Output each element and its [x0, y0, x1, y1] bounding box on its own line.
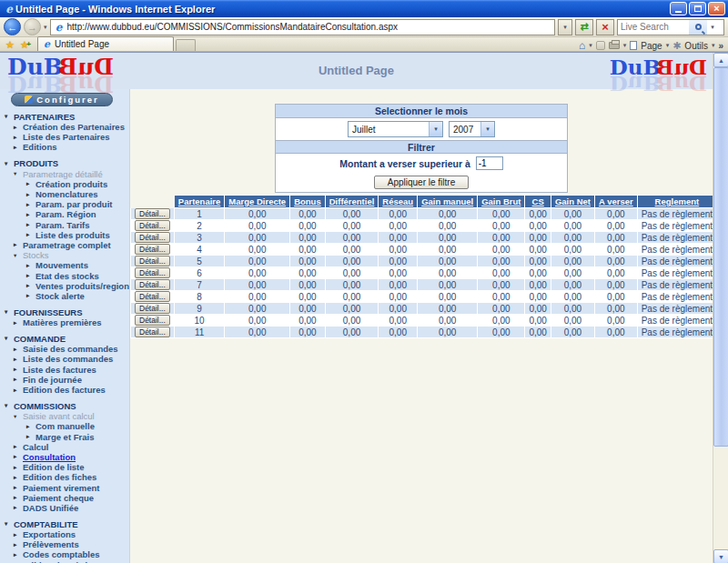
- month-select[interactable]: Juillet ▾: [348, 121, 443, 137]
- sidebar-item-paiement-virement[interactable]: ▸Paiement virement: [0, 482, 129, 492]
- sidebar-item-liste-des-produits[interactable]: ▸Liste des produits: [0, 230, 129, 240]
- tab-untitled-page[interactable]: e Untitled Page: [37, 36, 174, 51]
- feed-icon[interactable]: [596, 41, 605, 50]
- detail-button[interactable]: Détail...: [135, 279, 170, 290]
- column-header-partenaire[interactable]: Partenaire: [174, 196, 224, 208]
- column-header-gain-brut[interactable]: Gain Brut: [478, 196, 525, 208]
- sidebar-item-liste-des-factures[interactable]: ▸Liste des factures: [0, 365, 129, 375]
- detail-button[interactable]: Détail...: [135, 327, 170, 337]
- sidebar-item-paiement-cheque[interactable]: ▸Paiement cheque: [0, 493, 129, 503]
- more-toolbar-chevron[interactable]: »: [718, 41, 723, 51]
- sidebar-item-saisie-des-commandes[interactable]: ▸Saisie des commandes: [0, 344, 129, 354]
- detail-button[interactable]: Détail...: [135, 256, 170, 266]
- sidebar-item-creation-des-partenaires[interactable]: ▸Création des Partenaires: [0, 122, 129, 132]
- sidebar-section-comptabilite[interactable]: ▾COMPTABILITE: [0, 518, 129, 529]
- sidebar-item-etat-des-stocks[interactable]: ▸Etat des stocks: [0, 270, 129, 280]
- sidebar-item-exportations[interactable]: ▸Exportations: [0, 529, 129, 539]
- vertical-scrollbar[interactable]: ▲ ▼: [713, 53, 728, 563]
- sidebar-item-editions[interactable]: ▸Editions: [0, 142, 129, 152]
- sidebar-item-edition-de-liste[interactable]: ▸Edition de liste: [0, 462, 129, 472]
- home-dropdown[interactable]: ▾: [589, 42, 592, 49]
- search-button[interactable]: [689, 20, 707, 35]
- sidebar-item-mouvements[interactable]: ▸Mouvements: [0, 260, 129, 270]
- print-icon[interactable]: [609, 42, 620, 49]
- new-tab-button[interactable]: [176, 39, 196, 51]
- home-icon[interactable]: ⌂: [579, 40, 585, 51]
- sidebar-item-prelevements[interactable]: ▸Prélèvements: [0, 539, 129, 549]
- add-favorite-icon[interactable]: ★+: [17, 38, 32, 51]
- sidebar-item-fin-de-journee[interactable]: ▸Fin de journée: [0, 375, 129, 385]
- detail-button[interactable]: Détail...: [135, 291, 170, 302]
- detail-button[interactable]: Détail...: [135, 232, 170, 243]
- close-button[interactable]: ×: [708, 2, 725, 15]
- column-header-gain-net[interactable]: Gain Net: [551, 196, 594, 208]
- refresh-button[interactable]: ⇄: [575, 19, 593, 35]
- amount-input[interactable]: [476, 156, 503, 170]
- sidebar-item-codes-comptables[interactable]: ▸Codes comptables: [0, 549, 129, 559]
- sidebar-item-edition-des-factures[interactable]: ▸Edition des factures: [0, 385, 129, 395]
- sidebar-section-commande[interactable]: ▾COMMANDE: [0, 333, 129, 344]
- url-field[interactable]: e http://www.dubbud.eu/COMMISSIONS/Commi…: [50, 19, 555, 35]
- sidebar-item-saisie-avant-calcul[interactable]: ▾Saisie avant calcul: [0, 411, 129, 421]
- column-header-differentiel[interactable]: Différentiel: [325, 196, 379, 208]
- tools-dropdown[interactable]: ▾: [712, 42, 715, 49]
- url-dropdown-button[interactable]: ▾: [558, 19, 572, 35]
- sidebar-item-param-region[interactable]: ▸Param. Région: [0, 209, 129, 219]
- sidebar-item-nomenclatures[interactable]: ▸Nomenclatures: [0, 189, 129, 199]
- sidebar-item-param-par-produit[interactable]: ▸Param. par produit: [0, 199, 129, 209]
- sidebar-section-produits[interactable]: ▾PRODUITS: [0, 158, 129, 169]
- history-dropdown[interactable]: ▾: [44, 24, 47, 31]
- column-header-a-verser[interactable]: A verser: [594, 196, 637, 208]
- sidebar-item-param-tarifs[interactable]: ▸Param. Tarifs: [0, 220, 129, 230]
- value-cell: 0,00: [290, 208, 326, 220]
- print-dropdown[interactable]: ▾: [623, 42, 627, 49]
- apply-filter-button[interactable]: Appliquer le filtre: [374, 176, 469, 189]
- sidebar-item-creation-produits[interactable]: ▸Création produits: [0, 179, 129, 189]
- column-header-gain-manuel[interactable]: Gain manuel: [418, 196, 478, 208]
- column-header-reseau[interactable]: Réseau: [379, 196, 418, 208]
- detail-button[interactable]: Détail...: [135, 303, 170, 314]
- detail-button[interactable]: Détail...: [135, 267, 170, 278]
- sidebar-item-liste-des-commandes[interactable]: ▸Liste des commandes: [0, 354, 129, 364]
- sidebar-item-marge-et-frais[interactable]: ▸Marge et Frais: [0, 432, 129, 442]
- detail-button[interactable]: Détail...: [135, 244, 170, 255]
- sidebar-item-ventes-produits-region[interactable]: ▸Ventes produits/region: [0, 281, 129, 291]
- sidebar-item-parametrage-detaille[interactable]: ▾Parametrage détaillé: [0, 169, 129, 179]
- sidebar-section-commissions[interactable]: ▾COMMISSIONS: [0, 400, 129, 411]
- sidebar-item-stock-alerte[interactable]: ▸Stock alerte: [0, 291, 129, 301]
- detail-button[interactable]: Détail...: [135, 315, 170, 326]
- sidebar-item-calcul[interactable]: ▸Calcul: [0, 442, 129, 452]
- column-header-bonus[interactable]: Bonus: [290, 196, 326, 208]
- sidebar-item-com-manuelle[interactable]: ▸Com manuelle: [0, 421, 129, 431]
- minimize-button[interactable]: [670, 2, 687, 15]
- back-button[interactable]: ←: [4, 18, 21, 35]
- scroll-up-icon[interactable]: ▲: [713, 53, 728, 67]
- forward-button[interactable]: →: [24, 18, 41, 35]
- sidebar-item-liste-des-partenaires[interactable]: ▸Liste des Partenaires: [0, 132, 129, 142]
- detail-button[interactable]: Détail...: [135, 220, 170, 231]
- search-dropdown[interactable]: ▾: [707, 24, 718, 31]
- scrollbar-thumb[interactable]: [713, 67, 728, 447]
- year-select[interactable]: 2007 ▾: [449, 121, 495, 137]
- column-header-marge-directe[interactable]: Marge Directe: [225, 196, 290, 208]
- sidebar-item-parametrage-complet[interactable]: ▸Parametrage complet: [0, 240, 129, 250]
- sidebar-item-edition-des-fiches[interactable]: ▸Edition des fiches: [0, 472, 129, 482]
- column-header-cs[interactable]: CS: [525, 196, 551, 208]
- page-dropdown[interactable]: ▾: [666, 42, 670, 49]
- stop-button[interactable]: ×: [596, 19, 614, 35]
- sidebar-item-matieres-premieres[interactable]: ▸Matières premières: [0, 317, 129, 327]
- detail-button[interactable]: Détail...: [135, 208, 170, 219]
- sidebar-section-fournisseurs[interactable]: ▾FOURNISSEURS: [0, 307, 129, 317]
- sidebar-item-dads-unifiee[interactable]: ▸DADS Unifiée: [0, 503, 129, 513]
- column-header-reglement[interactable]: Reglement: [637, 196, 713, 208]
- search-input[interactable]: [618, 22, 689, 32]
- sidebar-item-stocks[interactable]: ▾Stocks: [0, 250, 129, 260]
- sidebar-section-partenaires[interactable]: ▾PARTENAIRES: [0, 111, 129, 122]
- sidebar-item-edition-des-reglements[interactable]: ▸Edition des règlements: [0, 560, 129, 563]
- favorites-star-icon[interactable]: ★: [3, 38, 17, 51]
- tools-menu-button[interactable]: Outils: [684, 41, 708, 51]
- maximize-button[interactable]: [689, 2, 706, 15]
- scroll-down-icon[interactable]: ▼: [713, 549, 728, 563]
- sidebar-item-consultation[interactable]: ▸Consultation: [0, 452, 129, 462]
- page-menu-button[interactable]: Page: [641, 41, 662, 51]
